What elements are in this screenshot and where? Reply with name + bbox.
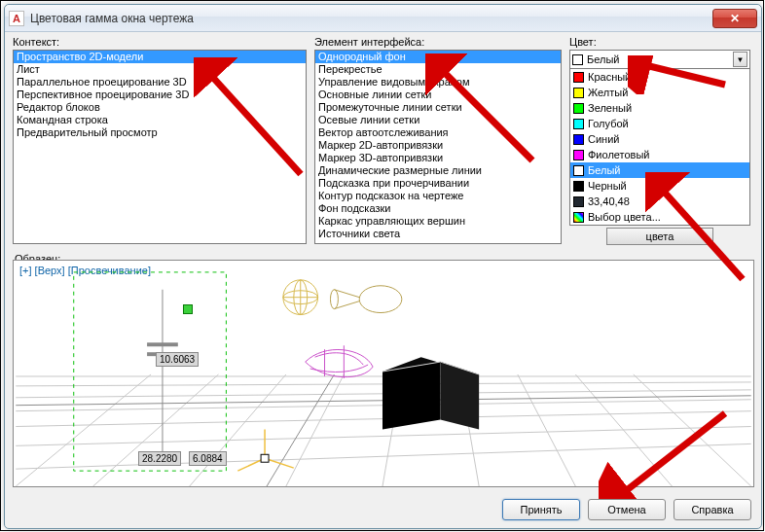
element-item[interactable]: Подсказка при прочерчивании bbox=[315, 177, 561, 190]
outer-border: A Цветовая гамма окна чертежа ✕ Контекст… bbox=[0, 0, 764, 531]
coord-readout-a: 10.6063 bbox=[156, 352, 199, 367]
color-swatch-icon bbox=[573, 119, 584, 129]
context-listbox[interactable]: Пространство 2D-моделиЛистПараллельное п… bbox=[13, 50, 307, 244]
preview-canvas bbox=[14, 261, 753, 486]
svg-marker-34 bbox=[440, 362, 479, 429]
color-option[interactable]: Синий bbox=[570, 131, 749, 147]
context-item[interactable]: Предварительный просмотр bbox=[14, 126, 306, 139]
more-colors-button[interactable]: цвета bbox=[606, 228, 713, 245]
element-item[interactable]: Маркер 2D-автопривязки bbox=[315, 139, 561, 152]
svg-line-7 bbox=[16, 374, 151, 486]
svg-line-17 bbox=[267, 374, 334, 486]
color-option-label: Голубой bbox=[588, 118, 629, 129]
color-swatch-icon bbox=[573, 88, 584, 98]
selected-color-name: Белый bbox=[587, 53, 619, 65]
svg-rect-20 bbox=[147, 342, 178, 346]
color-option[interactable]: Желтый bbox=[570, 85, 749, 100]
context-item[interactable]: Лист bbox=[14, 63, 306, 76]
coord-readout-b: 28.2280 bbox=[138, 451, 181, 466]
cancel-button[interactable]: Отмена bbox=[588, 499, 666, 520]
color-option-label: Красный bbox=[588, 71, 631, 83]
color-swatch-icon bbox=[573, 150, 584, 160]
selected-color-swatch bbox=[572, 54, 583, 65]
coord-readout-c: 6.0884 bbox=[189, 451, 227, 466]
color-option[interactable]: Зеленый bbox=[570, 100, 749, 116]
color-option-label: Выбор цвета... bbox=[588, 211, 661, 223]
context-item[interactable]: Параллельное проецирование 3D bbox=[14, 76, 306, 89]
grip-handle[interactable] bbox=[183, 304, 193, 314]
svg-line-13 bbox=[518, 374, 575, 486]
svg-rect-39 bbox=[261, 454, 269, 462]
svg-line-15 bbox=[634, 374, 751, 486]
context-column: Контекст: Пространство 2D-моделиЛистПара… bbox=[13, 36, 307, 245]
svg-line-10 bbox=[286, 374, 344, 486]
svg-line-8 bbox=[93, 374, 219, 486]
close-button[interactable]: ✕ bbox=[712, 9, 757, 28]
elements-column: Элемент интерфейса: Однородный фонПерекр… bbox=[314, 36, 562, 245]
color-dropdown[interactable]: Белый ▼ bbox=[569, 50, 750, 69]
color-option[interactable]: Красный bbox=[570, 69, 749, 85]
help-button[interactable]: Справка bbox=[674, 499, 751, 520]
color-label: Цвет: bbox=[569, 36, 750, 48]
element-item[interactable]: Однородный фон bbox=[315, 51, 561, 63]
element-item[interactable]: Каркас управляющих вершин bbox=[315, 215, 561, 228]
titlebar[interactable]: A Цветовая гамма окна чертежа ✕ bbox=[5, 5, 761, 32]
element-item[interactable]: Динамические размерные линии bbox=[315, 164, 561, 177]
color-option-label: Синий bbox=[588, 133, 619, 145]
context-item[interactable]: Командная строка bbox=[14, 114, 306, 126]
element-item[interactable]: Перекрестье bbox=[315, 63, 561, 76]
accept-button[interactable]: Принять bbox=[502, 499, 580, 520]
color-column: Цвет: Белый ▼ КрасныйЖелтыйЗеленыйГолубо… bbox=[569, 36, 750, 245]
window-title: Цветовая гамма окна чертежа bbox=[30, 12, 712, 25]
color-swatch-icon bbox=[573, 181, 584, 192]
content-area: Контекст: Пространство 2D-моделиЛистПара… bbox=[5, 32, 761, 249]
element-item[interactable]: Вектор автоотслеживания bbox=[315, 126, 561, 139]
color-option-label: 33,40,48 bbox=[588, 195, 630, 207]
color-option[interactable]: Фиолетовый bbox=[570, 147, 749, 162]
element-item[interactable]: Управление видовым экраном bbox=[315, 76, 561, 89]
element-item[interactable]: Основные линии сетки bbox=[315, 89, 561, 101]
element-item[interactable]: Маркер 3D-автопривязки bbox=[315, 152, 561, 164]
color-swatch-icon bbox=[573, 103, 584, 114]
color-swatch-icon bbox=[573, 134, 584, 145]
svg-point-27 bbox=[359, 286, 402, 313]
svg-line-5 bbox=[16, 427, 750, 446]
color-swatch-icon bbox=[573, 165, 584, 176]
context-item[interactable]: Редактор блоков bbox=[14, 101, 306, 114]
element-item[interactable]: Промежуточные линии сетки bbox=[315, 101, 561, 114]
context-item[interactable]: Пространство 2D-модели bbox=[14, 51, 306, 63]
color-option-label: Желтый bbox=[588, 87, 628, 98]
element-item[interactable]: Осевые линии сетки bbox=[315, 114, 561, 126]
color-swatch-icon bbox=[573, 196, 584, 207]
color-option[interactable]: 33,40,48 bbox=[570, 194, 749, 209]
color-option-label: Зеленый bbox=[588, 102, 632, 114]
app-icon: A bbox=[9, 11, 24, 26]
color-swatch-icon bbox=[573, 212, 584, 223]
context-item[interactable]: Перспективное проецирование 3D bbox=[14, 89, 306, 101]
svg-point-30 bbox=[330, 290, 338, 309]
elements-label: Элемент интерфейса: bbox=[314, 36, 562, 48]
dialog-window: A Цветовая гамма окна чертежа ✕ Контекст… bbox=[4, 4, 762, 529]
svg-marker-33 bbox=[382, 362, 440, 429]
color-option[interactable]: Выбор цвета... bbox=[570, 209, 749, 225]
color-option[interactable]: Голубой bbox=[570, 116, 749, 131]
element-item[interactable]: Источники света bbox=[315, 228, 561, 240]
color-option-label: Фиолетовый bbox=[588, 149, 649, 160]
element-item[interactable]: Фон подсказки bbox=[315, 202, 561, 215]
button-footer: Принять Отмена Справка bbox=[502, 499, 751, 520]
svg-line-9 bbox=[190, 374, 286, 486]
color-popup[interactable]: КрасныйЖелтыйЗеленыйГолубойСинийФиолетов… bbox=[569, 68, 750, 226]
context-label: Контекст: bbox=[13, 36, 307, 48]
chevron-down-icon[interactable]: ▼ bbox=[733, 52, 747, 67]
element-item[interactable]: Контур подсказок на чертеже bbox=[315, 190, 561, 202]
color-option-label: Черный bbox=[588, 180, 627, 192]
color-swatch-icon bbox=[573, 72, 584, 83]
elements-listbox[interactable]: Однородный фонПерекрестьеУправление видо… bbox=[314, 50, 562, 244]
color-option[interactable]: Черный bbox=[570, 178, 749, 194]
close-icon: ✕ bbox=[730, 12, 740, 25]
preview-area: [+] [Верх] [Просвечивание] bbox=[13, 260, 754, 487]
color-option-label: Белый bbox=[588, 164, 620, 176]
color-option[interactable]: Белый bbox=[570, 162, 749, 178]
